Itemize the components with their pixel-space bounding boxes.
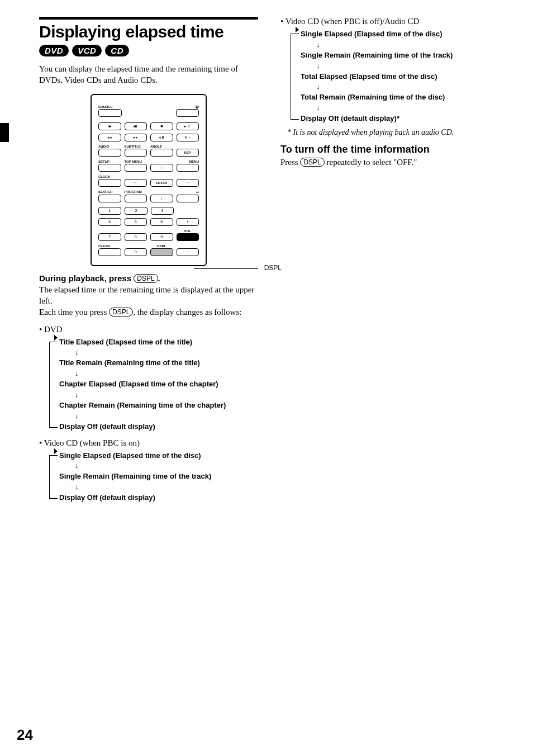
lbl-clear: CLEAR <box>98 244 121 248</box>
bullet-dvd: • DVD <box>39 325 258 334</box>
cycle-item: Display Off (default display) <box>59 422 258 432</box>
step-body-2a: Each time you press <box>39 308 109 316</box>
arrow-down-icon: ↓ <box>75 348 258 357</box>
btn <box>176 109 199 117</box>
cycle-item: Total Elapsed (Elapsed time of the disc) <box>301 72 499 82</box>
btn: ▸⏸ <box>177 122 199 130</box>
turn-off-a: Press <box>280 158 300 167</box>
turn-off-heading: To turn off the time information <box>280 144 499 155</box>
arrow-down-icon: ↓ <box>75 461 258 471</box>
page-number: 24 <box>17 726 33 744</box>
btn-enter: ENTER <box>150 179 173 187</box>
btn: ⏮ <box>98 122 121 130</box>
btn-dspl <box>150 248 173 256</box>
btn <box>98 149 121 157</box>
btn <box>150 149 173 157</box>
btn-rep: REP <box>177 149 199 157</box>
lbl-vol: VOL <box>177 229 199 233</box>
lbl-search: SEARCH <box>98 190 121 194</box>
cycle-bracket <box>49 342 58 428</box>
bullet-vcd-pbc-on: • Video CD (when PBC is on) <box>39 438 258 448</box>
arrow-down-icon: ↓ <box>75 412 258 421</box>
btn <box>98 248 121 256</box>
left-column: Displaying elapsed time DVD VCD CD You c… <box>17 17 258 504</box>
btn <box>125 164 147 172</box>
arrow-down-icon: ↓ <box>75 483 258 492</box>
btn <box>98 179 121 187</box>
btn: ⏸▸ <box>177 134 199 141</box>
lbl-angle: ANGLE <box>150 145 173 148</box>
btn <box>98 109 122 117</box>
btn-plus: + <box>177 218 199 226</box>
cycle-bracket <box>49 455 58 499</box>
btn <box>177 195 199 202</box>
btn: ▸▸ <box>125 134 147 141</box>
arrow-down-icon: ↓ <box>75 390 258 400</box>
lbl-dspl: DSPL <box>150 244 173 248</box>
lbl-topmenu: TOP MENU <box>125 160 147 163</box>
step-instruction: During playback, press DSPL. The elapsed… <box>39 273 258 318</box>
btn-3: 3 <box>151 207 174 215</box>
btn <box>98 195 121 202</box>
cycle-item: Title Elapsed (Elapsed time of the title… <box>59 338 258 347</box>
btn-2: 2 <box>125 207 147 215</box>
btn-9: 9 <box>150 233 173 241</box>
badge-cd: CD <box>105 45 129 56</box>
footnote: * It is not displayed when playing back … <box>287 128 499 137</box>
arrow-down-icon: ↓ <box>316 40 499 50</box>
badge-vcd: VCD <box>72 45 102 56</box>
turn-off-body: Press DSPL repeatedly to select "OFF." <box>280 157 499 168</box>
callout-dspl: DSPL <box>264 264 282 272</box>
cycle-item: Chapter Remain (Remaining time of the ch… <box>59 401 258 410</box>
btn <box>125 195 147 202</box>
arrow-down-icon: ↓ <box>316 62 499 71</box>
lbl-clock: CLOCK <box>98 175 121 178</box>
cycle-item: Chapter Elapsed (Elapsed time of the cha… <box>59 380 258 389</box>
lbl-setup: SETUP <box>98 160 121 163</box>
arrow-icon <box>296 27 299 32</box>
arrow-down-icon: ↓ <box>316 82 499 92</box>
lbl-menu: MENU <box>177 160 199 163</box>
cycle-item: Display Off (default display) <box>59 493 258 503</box>
callout-line <box>194 268 258 269</box>
lbl-power: ⏻ <box>177 105 199 108</box>
lbl-audio: AUDIO <box>98 145 121 148</box>
step-head: During playback, press <box>39 273 134 283</box>
remote-figure: SOURCE⏻ ⏮⏭■▸⏸ ◂◂▸▸◂⏸⏸▸ AUDIOSUBTITLEANGL… <box>39 94 258 266</box>
cycle-item: Single Remain (Remaining time of the tra… <box>301 51 499 60</box>
btn <box>177 164 199 172</box>
remote-body: SOURCE⏻ ⏮⏭■▸⏸ ◂◂▸▸◂⏸⏸▸ AUDIOSUBTITLEANGL… <box>91 94 207 266</box>
btn-vol <box>177 233 199 241</box>
dspl-pill: DSPL <box>134 274 158 283</box>
btn: ◂◂ <box>98 134 121 141</box>
turn-off-b: repeatedly to select "OFF." <box>325 158 417 167</box>
right-column: • Video CD (when PBC is off)/Audio CD Si… <box>280 17 499 504</box>
lbl-program: PROGRAM <box>125 190 147 194</box>
cycle-item: Single Remain (Remaining time of the tra… <box>59 472 258 481</box>
arrow-icon <box>54 448 58 454</box>
btn: ↑ <box>150 164 173 172</box>
arrow-down-icon: ↓ <box>316 103 499 113</box>
cycle-vcd-pbc-on: Single Elapsed (Elapsed time of the disc… <box>49 451 258 503</box>
badge-dvd: DVD <box>39 45 69 56</box>
cycle-item: Title Remain (Remaining time of the titl… <box>59 358 258 368</box>
disc-badges: DVD VCD CD <box>39 45 258 56</box>
btn <box>125 149 147 157</box>
btn-4: 4 <box>98 218 121 226</box>
btn: ■ <box>150 122 173 130</box>
cycle-item: Single Elapsed (Elapsed time of the disc… <box>59 451 258 461</box>
cycle-item: Total Remain (Remaining time of the disc… <box>301 93 499 102</box>
cycle-bracket <box>291 34 299 120</box>
step-tail: . <box>158 273 160 283</box>
btn-8: 8 <box>125 233 147 241</box>
page-title: Displaying elapsed time <box>39 22 258 41</box>
step-body-2b: , the display changes as follows: <box>133 308 241 316</box>
lbl-source: SOURCE <box>98 105 121 108</box>
arrow-icon <box>54 335 58 341</box>
btn-7: 7 <box>98 233 121 241</box>
arrow-down-icon: ↓ <box>75 369 258 379</box>
btn-6: 6 <box>150 218 173 226</box>
dspl-pill-3: DSPL <box>300 158 324 167</box>
btn-5: 5 <box>125 218 147 226</box>
bullet-vcd-pbc-off: • Video CD (when PBC is off)/Audio CD <box>280 17 499 26</box>
